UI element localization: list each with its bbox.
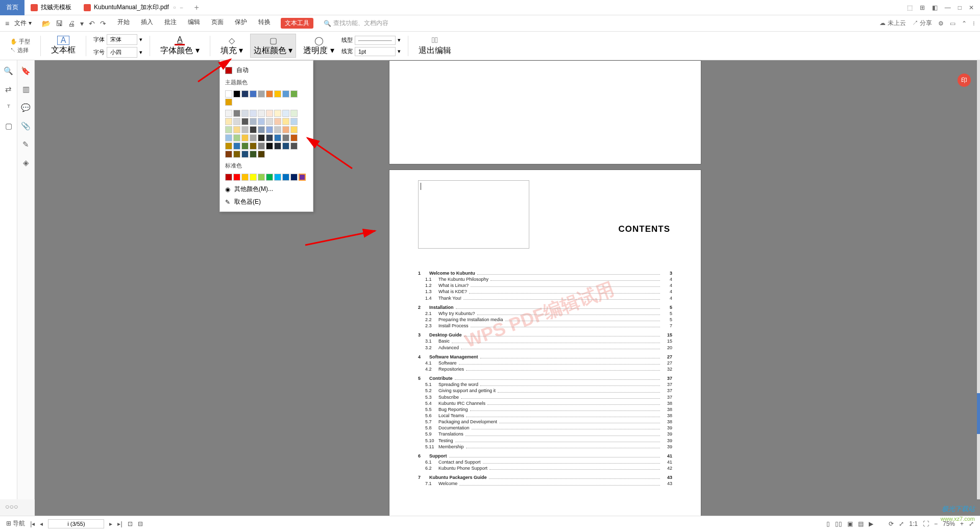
color-swatch[interactable] xyxy=(282,118,289,125)
color-swatch[interactable] xyxy=(290,134,298,141)
share-button[interactable]: ↗ 分享 xyxy=(912,19,932,28)
color-swatch[interactable] xyxy=(274,110,281,117)
color-swatch[interactable] xyxy=(225,174,232,181)
new-tab-button[interactable]: + xyxy=(189,3,204,12)
color-swatch[interactable] xyxy=(290,174,298,181)
color-swatch[interactable] xyxy=(250,142,257,150)
color-swatch[interactable] xyxy=(225,110,232,117)
color-swatch[interactable] xyxy=(274,118,281,125)
more-tools-icon[interactable]: ○○○ xyxy=(5,502,18,511)
color-swatch[interactable] xyxy=(233,134,240,141)
tab-page[interactable]: 页面 xyxy=(210,18,225,29)
color-swatch[interactable] xyxy=(241,151,249,158)
theme-icon[interactable]: ◧ xyxy=(932,4,938,11)
color-swatch[interactable] xyxy=(274,134,281,141)
save-icon[interactable]: 🖫 xyxy=(56,19,63,28)
color-swatch[interactable] xyxy=(241,126,249,133)
page-input[interactable] xyxy=(48,519,104,528)
color-swatch[interactable] xyxy=(250,151,257,158)
color-swatch[interactable] xyxy=(233,90,240,98)
color-swatch[interactable] xyxy=(282,142,289,150)
text-box[interactable] xyxy=(418,180,529,249)
view-continuous-icon[interactable]: ▯▯ xyxy=(835,520,842,527)
nav-toggle[interactable]: ⊞ 导航 xyxy=(6,519,25,528)
color-swatch[interactable] xyxy=(290,142,298,150)
close-icon[interactable]: – xyxy=(180,5,183,10)
color-swatch[interactable] xyxy=(274,90,281,98)
color-swatch[interactable] xyxy=(282,90,289,98)
read-tool-icon[interactable]: ▢ xyxy=(5,122,12,131)
color-swatch[interactable] xyxy=(266,174,273,181)
color-swatch[interactable] xyxy=(282,126,289,133)
color-swatch[interactable] xyxy=(250,126,257,133)
border-color-button[interactable]: ▢ 边框颜色 ▾ xyxy=(250,34,296,58)
search-area[interactable]: 🔍 查找功能、文档内容 xyxy=(324,19,388,28)
tab-edit[interactable]: 编辑 xyxy=(187,18,201,29)
color-swatch[interactable] xyxy=(290,110,298,117)
zoom-out-button[interactable]: − xyxy=(934,520,938,527)
color-swatch[interactable] xyxy=(290,118,298,125)
color-swatch[interactable] xyxy=(266,90,273,98)
color-swatch[interactable] xyxy=(241,142,249,150)
tab-protect[interactable]: 保护 xyxy=(234,18,248,29)
collapse-icon[interactable]: ⌃ xyxy=(962,20,967,27)
color-swatch[interactable] xyxy=(258,110,265,117)
play-icon[interactable]: ▶ xyxy=(869,520,873,527)
size-select[interactable]: 小四 xyxy=(107,47,137,58)
translate-tool-icon[interactable]: ᵀ xyxy=(7,103,10,112)
color-swatch[interactable] xyxy=(282,134,289,141)
tab-document[interactable]: KubuntuManual_加水印.pdf○– xyxy=(78,0,189,15)
color-swatch[interactable] xyxy=(282,110,289,117)
view-book-icon[interactable]: ▤ xyxy=(858,520,864,527)
fill-button[interactable]: ◇ 填充 ▾ xyxy=(217,34,246,57)
tab-text-tools[interactable]: 文本工具 xyxy=(281,18,313,29)
color-swatch[interactable] xyxy=(233,174,240,181)
color-picker[interactable]: ✎取色器(E) xyxy=(220,196,313,208)
color-swatch[interactable] xyxy=(258,151,265,158)
line-width-select[interactable]: 1pt xyxy=(355,47,396,56)
color-swatch[interactable] xyxy=(250,134,257,141)
color-swatch[interactable] xyxy=(266,142,273,150)
color-swatch[interactable] xyxy=(266,118,273,125)
view-single-icon[interactable]: ▯ xyxy=(826,520,830,527)
tab-annotate[interactable]: 批注 xyxy=(163,18,178,29)
select-tool[interactable]: ↖ 选择 xyxy=(10,46,29,54)
color-swatch[interactable] xyxy=(274,126,281,133)
undo-icon[interactable]: ↶ xyxy=(89,19,95,28)
color-swatch[interactable] xyxy=(233,110,240,117)
color-swatch[interactable] xyxy=(258,142,265,150)
tab-convert[interactable]: 转换 xyxy=(257,18,272,29)
line-type-select[interactable] xyxy=(355,36,396,45)
color-swatch[interactable] xyxy=(266,110,273,117)
redo-icon[interactable]: ↷ xyxy=(100,19,106,28)
color-swatch[interactable] xyxy=(258,126,265,133)
view-facing-icon[interactable]: ▣ xyxy=(847,520,853,527)
color-swatch[interactable] xyxy=(250,118,257,125)
layers-icon[interactable]: ◈ xyxy=(23,158,29,167)
signature-icon[interactable]: ✎ xyxy=(22,140,29,149)
tab-template[interactable]: 找贼壳模板 xyxy=(24,0,78,15)
color-swatch[interactable] xyxy=(250,174,257,181)
fit-width-icon[interactable]: ⊡ xyxy=(128,520,133,527)
color-swatch[interactable] xyxy=(258,118,265,125)
textbox-tool[interactable]: A 文本框 xyxy=(48,35,79,57)
color-swatch[interactable] xyxy=(250,90,257,98)
color-swatch[interactable] xyxy=(225,151,232,158)
next-page-button[interactable]: ▸ xyxy=(109,520,112,527)
thumbnail-icon[interactable]: ▥ xyxy=(22,85,30,94)
color-swatch[interactable] xyxy=(258,134,265,141)
color-swatch[interactable] xyxy=(225,118,232,125)
attachment-icon[interactable]: 📎 xyxy=(21,122,31,131)
font-color-button[interactable]: A 字体颜色 ▾ xyxy=(157,34,202,57)
color-swatch[interactable] xyxy=(258,90,265,98)
fullscreen-icon[interactable]: ⛶ xyxy=(923,520,929,527)
actual-size-icon[interactable]: 1:1 xyxy=(909,520,918,527)
tab-start[interactable]: 开始 xyxy=(116,18,131,29)
bookmark-icon[interactable]: 🔖 xyxy=(21,66,31,76)
color-swatch[interactable] xyxy=(274,142,281,150)
color-swatch[interactable] xyxy=(225,134,232,141)
last-page-button[interactable]: ▸| xyxy=(117,520,122,527)
search-tool-icon[interactable]: 🔍 xyxy=(4,66,13,76)
feedback-icon[interactable]: ▭ xyxy=(950,20,955,27)
close-button[interactable]: ✕ xyxy=(969,4,974,11)
